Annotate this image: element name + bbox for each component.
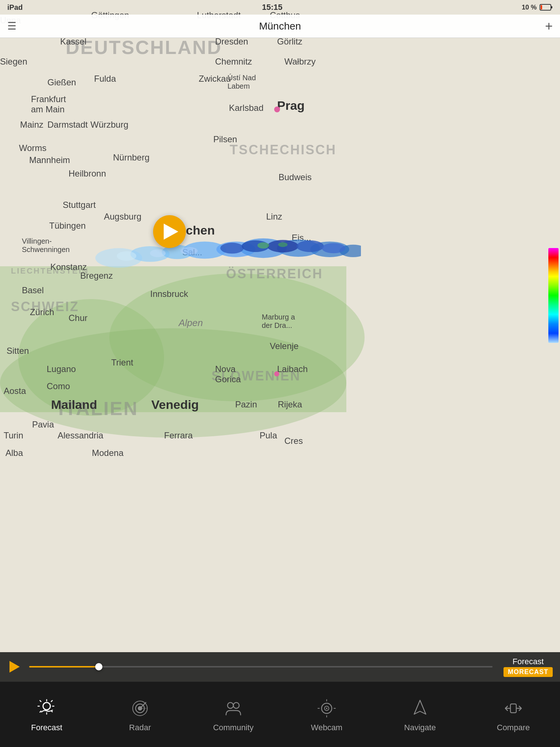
svg-point-10 [310,241,349,257]
webcam-icon [315,697,338,720]
city-dot-laibach [274,371,279,376]
timeline-play-button[interactable] [7,659,22,674]
tab-forecast[interactable]: Forecast [0,689,93,740]
status-battery: 10 % [522,4,553,11]
svg-point-12 [220,243,244,253]
svg-point-27 [233,703,239,708]
tab-bar: Forecast Radar Community [0,681,560,747]
city-prag: Prag [277,98,305,113]
country-label-deutschland: DEUTSCHLAND [66,36,222,58]
svg-point-15 [296,240,324,252]
city-wurzburg: Würzburg [90,120,128,130]
tab-navigate-label: Navigate [404,723,436,732]
city-gorlitz: Görlitz [277,36,302,47]
city-siegen: Siegen [0,57,27,67]
city-walbrzy: Wałbrzy [284,57,316,67]
community-icon [222,697,245,720]
city-worms: Worms [19,143,47,153]
city-turin: Turin [4,430,23,441]
city-salzburg: Sal... [182,247,202,258]
svg-rect-2 [541,5,542,9]
tab-compare[interactable]: Compare [467,689,560,740]
tab-radar[interactable]: Radar [93,689,187,740]
status-time: 15:15 [262,3,282,12]
battery-icon [540,4,553,11]
timeline-track[interactable] [29,666,493,667]
svg-point-11 [339,245,361,257]
city-eisenstadt: Eis... [292,233,311,243]
city-heilbronn: Heilbronn [69,169,106,179]
svg-point-16 [322,243,345,253]
radar-icon [128,697,152,720]
city-alba: Alba [5,448,23,458]
city-budweis: Budweis [279,172,312,182]
svg-point-9 [277,240,320,257]
city-zwickau: Zwickau [199,74,231,84]
city-fulda: Fulda [94,74,116,84]
battery-level: 10 % [522,4,537,11]
city-augsburg: Augsburg [104,212,141,222]
city-linz: Linz [266,212,282,222]
city-usti-nad-labem: Ústí NadLabem [228,74,256,90]
tab-forecast-label: Forecast [31,723,62,732]
svg-point-26 [228,703,233,708]
tab-compare-label: Compare [497,723,530,732]
city-chemnitz: Chemnitz [215,57,252,67]
city-nurnberg: Nürnberg [113,152,149,163]
city-pula: Pula [260,430,277,441]
country-label-tschechisch: TSCHECHISCH [230,142,337,158]
tab-community-label: Community [213,723,253,732]
menu-button[interactable]: ☰ [7,20,16,32]
map-background: DEUTSCHLAND TSCHECHISCH ÖSTERREICH SCHWE… [0,0,560,681]
timeline-progress [29,666,99,667]
svg-rect-1 [551,6,552,8]
timeline-thumb[interactable] [95,663,102,670]
city-mannheim: Mannheim [29,155,70,165]
navigate-icon [408,697,432,720]
map-container[interactable]: DEUTSCHLAND TSCHECHISCH ÖSTERREICH SCHWE… [0,0,560,681]
svg-point-14 [267,240,299,252]
forecast-text: Forecast [513,657,544,666]
svg-point-7 [217,241,256,257]
status-bar: iPad 15:15 10 % [0,0,560,15]
forecast-label: Forecast MORECAST [503,657,553,677]
city-modena: Modena [92,448,124,458]
timeline-bar[interactable]: Forecast MORECAST [0,652,560,681]
play-button[interactable] [153,215,186,248]
city-dresden: Dresden [215,36,248,47]
morecast-badge[interactable]: MORECAST [503,667,553,677]
svg-point-3 [95,248,142,268]
city-pilsen: Pilsen [213,134,237,144]
city-kassel: Kassel [60,36,86,47]
tab-community[interactable]: Community [187,689,280,740]
city-dot-prag [274,107,280,112]
city-frankfurt: Frankfurtam Main [31,94,66,115]
svg-point-18 [278,242,288,247]
tab-webcam-label: Webcam [311,723,342,732]
status-device: iPad [7,3,23,12]
svg-point-30 [326,708,327,709]
city-tubingen: Tübingen [49,221,86,231]
svg-point-8 [240,239,287,258]
compare-icon [502,697,525,720]
city-villingen: Villingen-Schwenningen [22,237,70,254]
tab-webcam[interactable]: Webcam [280,689,373,740]
radar-legend [547,248,560,350]
svg-point-20 [150,249,166,257]
location-bar: ☰ München + [0,15,560,38]
svg-point-4 [131,246,170,262]
city-cres: Cres [284,436,303,446]
svg-point-19 [117,251,136,261]
svg-point-22 [43,703,50,710]
tab-radar-label: Radar [129,723,151,732]
city-karlsbad: Karlsbad [229,103,264,113]
svg-point-6 [183,241,226,259]
city-darmstadt: Darmstadt [47,120,88,130]
tab-navigate[interactable]: Navigate [373,689,467,740]
forecast-icon [35,697,58,720]
svg-point-21 [180,247,198,255]
add-location-button[interactable]: + [545,19,553,34]
city-mainz: Mainz [20,120,43,130]
city-stuttgart: Stuttgart [63,200,96,210]
radar-legend-bar [548,248,559,343]
